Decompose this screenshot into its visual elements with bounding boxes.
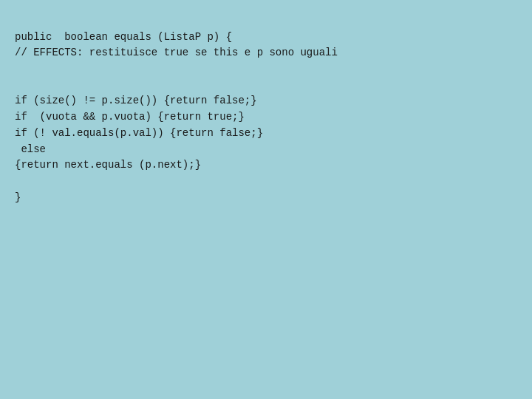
code-line: {return next.equals (p.next);}	[15, 157, 517, 174]
code-line: if (vuota && p.vuota) {return true;}	[15, 109, 517, 126]
code-line: public boolean equals (ListaP p) {	[15, 30, 517, 46]
code-blank-line	[15, 78, 517, 94]
code-blank-line	[15, 174, 517, 190]
code-block: public boolean equals (ListaP p) {// EFF…	[0, 0, 532, 219]
code-line: else	[15, 142, 517, 158]
code-line: // EFFECTS: restituisce true se this e p…	[15, 45, 517, 61]
code-blank-line	[15, 61, 517, 78]
code-line: if (size() != p.size()) {return false;}	[15, 93, 517, 109]
code-line: if (! val.equals(p.val)) {return false;}	[15, 126, 517, 142]
code-line: }	[15, 190, 517, 206]
